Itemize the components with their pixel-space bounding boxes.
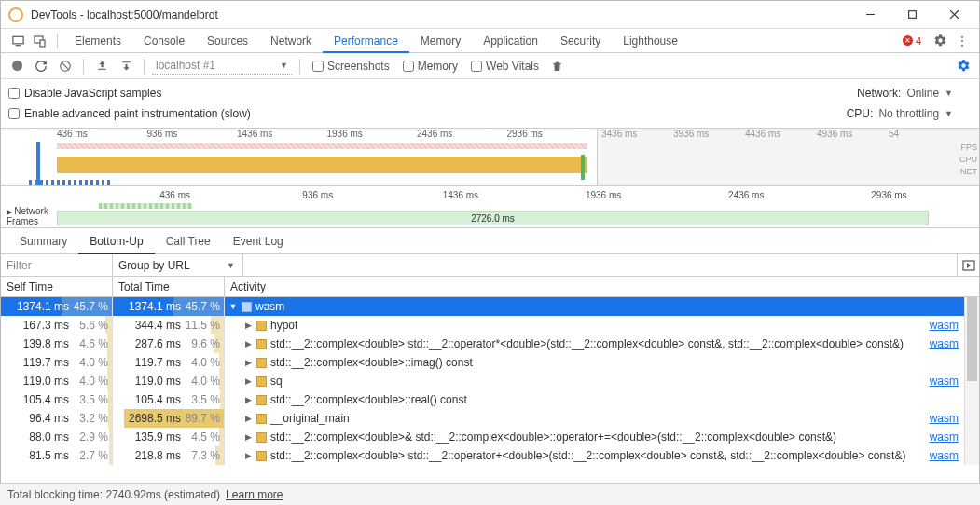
network-label: Network: xyxy=(857,87,901,100)
network-track-label[interactable]: Network xyxy=(14,206,48,216)
filter-input[interactable]: Filter xyxy=(1,254,113,276)
activity-name: std::__2::complex<double>::real() const xyxy=(270,393,467,406)
tab-application[interactable]: Application xyxy=(472,29,549,53)
source-link[interactable]: wasm xyxy=(930,412,959,425)
disclosure-icon[interactable]: ▶ xyxy=(243,321,253,330)
main-tabs: Elements Console Sources Network Perform… xyxy=(1,29,979,53)
tab-performance[interactable]: Performance xyxy=(323,29,409,53)
webvitals-checkbox[interactable]: Web Vitals xyxy=(471,60,539,73)
tab-network[interactable]: Network xyxy=(259,29,323,53)
disclosure-icon[interactable]: ▶ xyxy=(243,376,253,386)
disclosure-icon[interactable]: ▶ xyxy=(243,339,253,348)
table-row[interactable]: 81.5 ms2.7 %218.8 ms7.3 %▶std::__2::comp… xyxy=(1,446,979,465)
paint-instrumentation-checkbox[interactable]: Enable advanced paint instrumentation (s… xyxy=(8,107,251,120)
save-profile-button[interactable] xyxy=(116,56,136,76)
tab-console[interactable]: Console xyxy=(132,29,196,53)
overview-strip[interactable]: 436 ms 936 ms 1436 ms 1936 ms 2436 ms 29… xyxy=(1,129,979,186)
capture-settings-icon[interactable] xyxy=(953,56,973,76)
disclosure-icon[interactable]: ▶ xyxy=(243,451,253,460)
source-link[interactable]: wasm xyxy=(930,375,959,388)
table-row[interactable]: 139.8 ms4.6 %287.6 ms9.6 %▶std::__2::com… xyxy=(1,334,979,353)
toggle-device-icon[interactable] xyxy=(7,30,29,52)
col-self-time[interactable]: Self Time xyxy=(1,277,113,296)
table-row[interactable]: 105.4 ms3.5 %105.4 ms3.5 %▶std::__2::com… xyxy=(1,390,979,409)
frame-bar[interactable]: 2726.0 ms xyxy=(57,211,929,225)
clear-button[interactable] xyxy=(55,56,76,76)
maximize-button[interactable] xyxy=(891,1,933,28)
timeline[interactable]: 436 ms 936 ms 1436 ms 1936 ms 2436 ms 29… xyxy=(1,186,979,228)
settings-icon[interactable] xyxy=(929,30,951,52)
tab-security[interactable]: Security xyxy=(549,29,612,53)
status-text: Total blocking time: 2740.92ms (estimate… xyxy=(7,488,220,501)
error-badge[interactable]: ✕ 4 xyxy=(903,35,921,47)
table-row[interactable]: 119.0 ms4.0 %119.0 ms4.0 %▶sqwasm xyxy=(1,372,979,390)
error-icon: ✕ xyxy=(903,35,913,46)
table-row[interactable]: 96.4 ms3.2 %2698.5 ms89.7 %▶__original_m… xyxy=(1,409,979,428)
memory-checkbox[interactable]: Memory xyxy=(403,60,458,73)
reload-button[interactable] xyxy=(31,56,51,76)
col-total-time[interactable]: Total Time xyxy=(113,277,225,296)
tab-sources[interactable]: Sources xyxy=(196,29,259,53)
cpu-select[interactable]: No throttling▼ xyxy=(878,107,953,120)
table-row[interactable]: 1374.1 ms45.7 %1374.1 ms45.7 %▼wasm xyxy=(1,297,979,316)
recording-name: localhost #1 xyxy=(156,59,215,72)
screenshots-checkbox[interactable]: Screenshots xyxy=(312,60,390,73)
trash-button[interactable] xyxy=(547,56,568,76)
svg-rect-13 xyxy=(554,62,562,63)
tab-memory[interactable]: Memory xyxy=(409,29,472,53)
close-button[interactable] xyxy=(933,1,975,28)
activity-name: std::__2::complex<double> std::__2::oper… xyxy=(270,337,904,350)
titlebar: DevTools - localhost:5000/mandelbrot xyxy=(1,1,979,29)
disable-js-checkbox[interactable]: Disable JavaScript samples xyxy=(8,87,161,100)
tab-lighthouse[interactable]: Lighthouse xyxy=(612,29,689,53)
details-tabs: Summary Bottom-Up Call Tree Event Log xyxy=(1,228,979,254)
cpu-label-ov: CPU xyxy=(959,154,977,166)
marker-blue xyxy=(36,142,40,185)
minimize-button[interactable] xyxy=(849,1,891,28)
disclosure-icon[interactable]: ▼ xyxy=(228,302,238,311)
source-link[interactable]: wasm xyxy=(930,449,959,462)
activity-name: std::__2::complex<double>& std::__2::com… xyxy=(270,430,836,444)
activity-name: hypot xyxy=(270,319,297,332)
col-activity[interactable]: Activity xyxy=(225,277,979,296)
chevron-down-icon: ▼ xyxy=(945,109,953,118)
record-button[interactable] xyxy=(7,56,27,76)
disclosure-icon[interactable]: ▶ xyxy=(243,414,253,423)
learn-more-link[interactable]: Learn more xyxy=(226,488,283,501)
svg-rect-7 xyxy=(40,40,45,47)
table-row[interactable]: 88.0 ms2.9 %135.9 ms4.5 %▶std::__2::comp… xyxy=(1,428,979,446)
tab-event-log[interactable]: Event Log xyxy=(222,228,295,254)
table-body: 1374.1 ms45.7 %1374.1 ms45.7 %▼wasm167.3… xyxy=(1,297,979,465)
more-icon[interactable]: ⋮ xyxy=(951,30,973,52)
script-icon xyxy=(256,321,267,331)
show-heaviest-stack-button[interactable] xyxy=(957,254,979,276)
disclosure-icon[interactable]: ▶ xyxy=(243,395,253,404)
tab-call-tree[interactable]: Call Tree xyxy=(155,228,222,254)
disclosure-icon[interactable]: ▶ xyxy=(243,432,253,442)
group-select[interactable]: Group by URL ▼ xyxy=(113,254,243,276)
tab-summary[interactable]: Summary xyxy=(8,228,78,254)
app-icon xyxy=(8,7,23,22)
source-link[interactable]: wasm xyxy=(930,319,959,332)
network-select[interactable]: Online▼ xyxy=(906,87,953,100)
source-link[interactable]: wasm xyxy=(930,337,959,350)
disclosure-icon[interactable]: ▶ xyxy=(243,358,253,367)
script-icon xyxy=(242,302,252,312)
table-header: Self Time Total Time Activity xyxy=(1,277,979,297)
source-link[interactable]: wasm xyxy=(930,430,959,444)
recording-select[interactable]: localhost #1 ▼ xyxy=(152,57,292,75)
cpu-track xyxy=(57,157,587,173)
inspect-icon[interactable] xyxy=(29,30,51,52)
table-row[interactable]: 119.7 ms4.0 %119.7 ms4.0 %▶std::__2::com… xyxy=(1,353,979,372)
activity-name: std::__2::complex<double> std::__2::oper… xyxy=(270,449,905,462)
load-profile-button[interactable] xyxy=(91,56,112,76)
script-icon xyxy=(256,451,267,461)
activity-name: std::__2::complex<double>::imag() const xyxy=(270,356,473,369)
tab-bottom-up[interactable]: Bottom-Up xyxy=(78,228,154,254)
activity-name: wasm xyxy=(255,300,284,313)
tab-elements[interactable]: Elements xyxy=(63,29,132,53)
chevron-down-icon: ▼ xyxy=(280,61,288,70)
table-row[interactable]: 167.3 ms5.6 %344.4 ms11.5 %▶hypotwasm xyxy=(1,316,979,334)
script-icon xyxy=(256,339,267,349)
frames-track-label[interactable]: Frames xyxy=(1,217,57,226)
